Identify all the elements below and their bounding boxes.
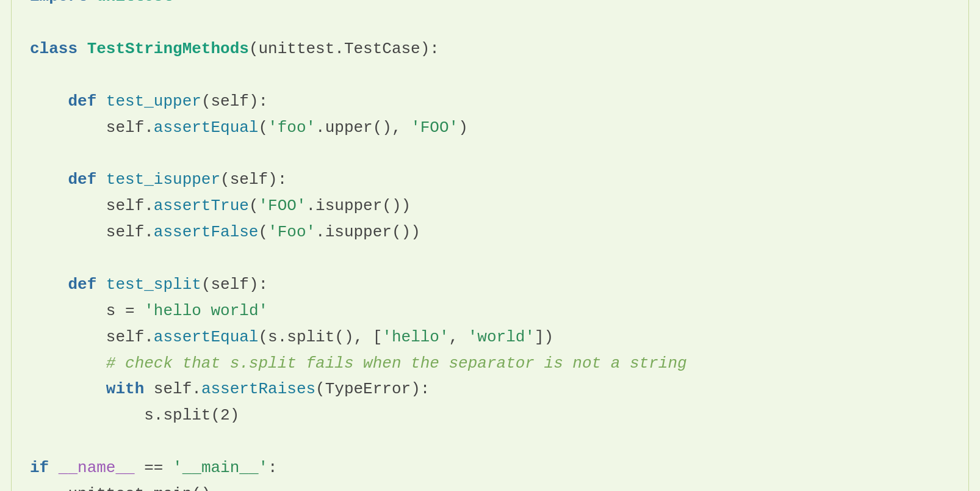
line-s-assign: s = 'hello world'	[30, 302, 268, 320]
line-assert-equal-split: self.assertEqual(s.split(), ['hello', 'w…	[30, 328, 553, 346]
line-unittest-main: unittest.main()	[30, 485, 211, 491]
line-split-2: s.split(2)	[30, 406, 239, 424]
line-def-isupper: def test_isupper(self):	[30, 170, 287, 189]
line-def-split: def test_split(self):	[30, 275, 268, 294]
code-container: import unittest class TestStringMethods(…	[11, 0, 969, 491]
line-import: import unittest	[30, 0, 173, 5]
line-if-main: if __name__ == '__main__':	[30, 459, 278, 477]
line-assert-false: self.assertFalse('Foo'.isupper())	[30, 223, 420, 241]
line-class: class TestStringMethods(unittest.TestCas…	[30, 40, 439, 58]
line-comment: # check that s.split fails when the sepa…	[30, 354, 687, 373]
line-assert-true: self.assertTrue('FOO'.isupper())	[30, 197, 411, 215]
code-block: import unittest class TestStringMethods(…	[30, 0, 944, 491]
line-def-upper: def test_upper(self):	[30, 92, 268, 111]
line-with: with self.assertRaises(TypeError):	[30, 380, 430, 398]
line-assert-equal-upper: self.assertEqual('foo'.upper(), 'FOO')	[30, 118, 468, 137]
